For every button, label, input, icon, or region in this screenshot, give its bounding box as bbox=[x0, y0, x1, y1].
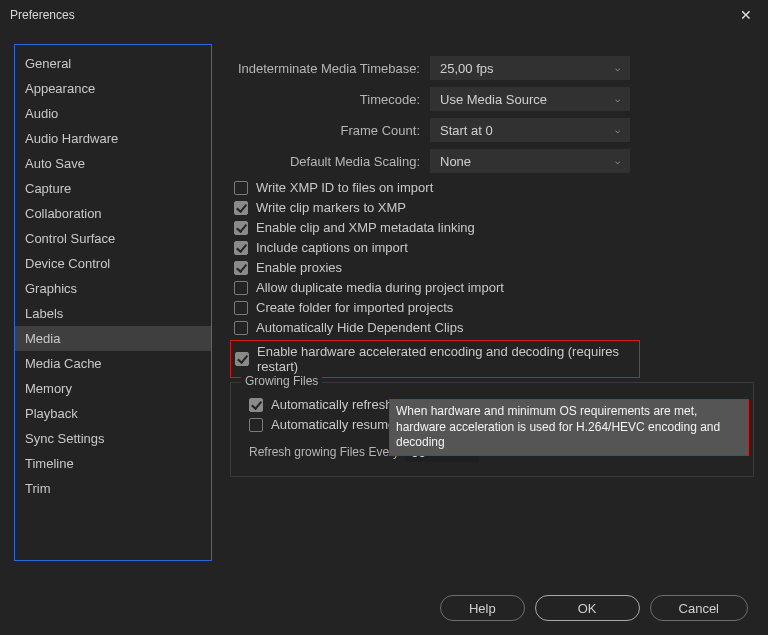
timebase-dropdown[interactable]: 25,00 fps ⌵ bbox=[430, 56, 630, 80]
sidebar-item-control-surface[interactable]: Control Surface bbox=[15, 226, 211, 251]
main-panel: Indeterminate Media Timebase: 25,00 fps … bbox=[230, 44, 754, 561]
check-label: Enable hardware accelerated encoding and… bbox=[257, 344, 635, 374]
sidebar-item-timeline[interactable]: Timeline bbox=[15, 451, 211, 476]
checkbox-icon bbox=[234, 281, 248, 295]
check-label: Write XMP ID to files on import bbox=[256, 180, 433, 195]
hw-accel-tooltip: When hardware and minimum OS requirement… bbox=[389, 399, 749, 456]
check-hw-accel[interactable]: Enable hardware accelerated encoding and… bbox=[235, 344, 635, 374]
cancel-button[interactable]: Cancel bbox=[650, 595, 748, 621]
fieldset-title: Growing Files bbox=[241, 374, 322, 388]
refresh-prefix: Refresh growing Files Every bbox=[249, 445, 399, 459]
check-hide-dep[interactable]: Automatically Hide Dependent Clips bbox=[234, 320, 754, 335]
chevron-down-icon: ⌵ bbox=[615, 63, 620, 73]
checkbox-icon bbox=[249, 398, 263, 412]
sidebar-item-graphics[interactable]: Graphics bbox=[15, 276, 211, 301]
check-dup-media[interactable]: Allow duplicate media during project imp… bbox=[234, 280, 754, 295]
check-label: Enable proxies bbox=[256, 260, 342, 275]
timecode-value: Use Media Source bbox=[440, 92, 547, 107]
timebase-label: Indeterminate Media Timebase: bbox=[230, 61, 420, 76]
sidebar-item-device-control[interactable]: Device Control bbox=[15, 251, 211, 276]
timecode-label: Timecode: bbox=[230, 92, 420, 107]
checkbox-icon bbox=[234, 221, 248, 235]
sidebar-item-media[interactable]: Media bbox=[15, 326, 211, 351]
check-create-folder[interactable]: Create folder for imported projects bbox=[234, 300, 754, 315]
chevron-down-icon: ⌵ bbox=[615, 94, 620, 104]
sidebar-item-audio-hardware[interactable]: Audio Hardware bbox=[15, 126, 211, 151]
sidebar: GeneralAppearanceAudioAudio HardwareAuto… bbox=[14, 44, 212, 561]
titlebar: Preferences ✕ bbox=[0, 0, 768, 30]
check-xmp-id[interactable]: Write XMP ID to files on import bbox=[234, 180, 754, 195]
sidebar-item-playback[interactable]: Playback bbox=[15, 401, 211, 426]
sidebar-item-memory[interactable]: Memory bbox=[15, 376, 211, 401]
check-label: Enable clip and XMP metadata linking bbox=[256, 220, 475, 235]
sidebar-item-appearance[interactable]: Appearance bbox=[15, 76, 211, 101]
check-label: Include captions on import bbox=[256, 240, 408, 255]
checkbox-icon bbox=[235, 352, 249, 366]
sidebar-item-sync-settings[interactable]: Sync Settings bbox=[15, 426, 211, 451]
sidebar-item-general[interactable]: General bbox=[15, 51, 211, 76]
sidebar-item-capture[interactable]: Capture bbox=[15, 176, 211, 201]
scaling-dropdown[interactable]: None ⌵ bbox=[430, 149, 630, 173]
timebase-value: 25,00 fps bbox=[440, 61, 494, 76]
sidebar-item-trim[interactable]: Trim bbox=[15, 476, 211, 501]
help-button[interactable]: Help bbox=[440, 595, 525, 621]
check-proxies[interactable]: Enable proxies bbox=[234, 260, 754, 275]
checkbox-icon bbox=[234, 301, 248, 315]
checkbox-icon bbox=[249, 418, 263, 432]
ok-button[interactable]: OK bbox=[535, 595, 640, 621]
close-icon[interactable]: ✕ bbox=[734, 3, 758, 27]
check-captions[interactable]: Include captions on import bbox=[234, 240, 754, 255]
sidebar-item-media-cache[interactable]: Media Cache bbox=[15, 351, 211, 376]
check-label: Automatically Hide Dependent Clips bbox=[256, 320, 463, 335]
framecount-dropdown[interactable]: Start at 0 ⌵ bbox=[430, 118, 630, 142]
checkbox-icon bbox=[234, 201, 248, 215]
framecount-value: Start at 0 bbox=[440, 123, 493, 138]
checkbox-icon bbox=[234, 321, 248, 335]
chevron-down-icon: ⌵ bbox=[615, 156, 620, 166]
sidebar-item-labels[interactable]: Labels bbox=[15, 301, 211, 326]
sidebar-item-auto-save[interactable]: Auto Save bbox=[15, 151, 211, 176]
checkbox-icon bbox=[234, 241, 248, 255]
scaling-value: None bbox=[440, 154, 471, 169]
check-clip-markers[interactable]: Write clip markers to XMP bbox=[234, 200, 754, 215]
check-label: Create folder for imported projects bbox=[256, 300, 453, 315]
hw-accel-highlight: Enable hardware accelerated encoding and… bbox=[230, 340, 640, 378]
window-title: Preferences bbox=[10, 8, 75, 22]
check-metadata-link[interactable]: Enable clip and XMP metadata linking bbox=[234, 220, 754, 235]
footer-buttons: Help OK Cancel bbox=[440, 595, 748, 621]
sidebar-item-collaboration[interactable]: Collaboration bbox=[15, 201, 211, 226]
framecount-label: Frame Count: bbox=[230, 123, 420, 138]
sidebar-item-audio[interactable]: Audio bbox=[15, 101, 211, 126]
timecode-dropdown[interactable]: Use Media Source ⌵ bbox=[430, 87, 630, 111]
scaling-label: Default Media Scaling: bbox=[230, 154, 420, 169]
check-label: Allow duplicate media during project imp… bbox=[256, 280, 504, 295]
checkbox-icon bbox=[234, 181, 248, 195]
checkbox-icon bbox=[234, 261, 248, 275]
check-label: Write clip markers to XMP bbox=[256, 200, 406, 215]
chevron-down-icon: ⌵ bbox=[615, 125, 620, 135]
